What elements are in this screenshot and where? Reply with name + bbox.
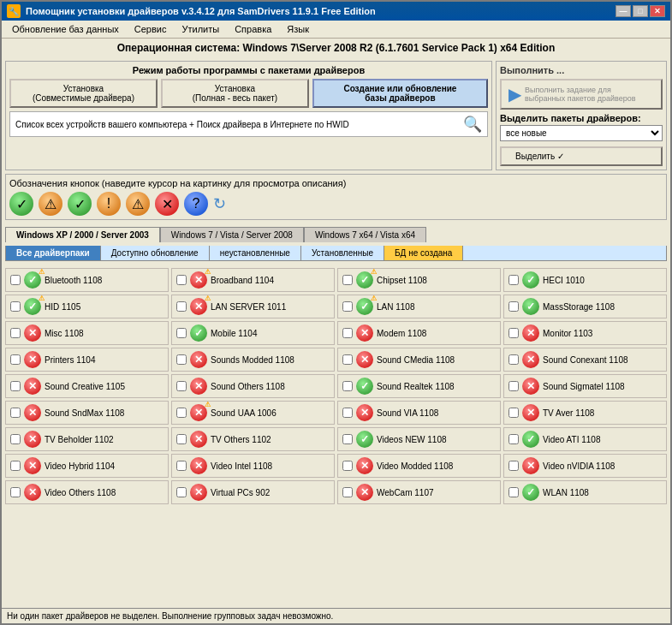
driver-checkbox[interactable] [342,328,353,338]
driver-checkbox[interactable] [176,408,187,418]
install-compatible-button[interactable]: Установка (Совместимые драйвера) [9,79,158,108]
driver-checkbox[interactable] [508,381,519,391]
top-section: Режим работы программы с пакетами драйве… [5,61,667,170]
icon-not-installed: ✕ [155,192,179,216]
driver-checkbox[interactable] [342,354,353,365]
icons-row: ✓ ⚠ ✓ ! ⚠ ✕ ? ↻ [9,192,663,216]
highlight-button[interactable]: Выделить ✓ [500,146,663,166]
driver-item: ✕Video nVIDIA 1108 [503,454,667,478]
driver-checkbox[interactable] [342,381,353,391]
menu-utilities[interactable]: Утилиты [175,22,226,36]
driver-item: ✕Printers 1104 [5,348,169,372]
maximize-button[interactable]: □ [633,5,648,17]
driver-checkbox[interactable] [508,434,519,444]
driver-checkbox[interactable] [176,461,187,471]
driver-item: ✕TV Others 1102 [171,427,335,451]
driver-checkbox[interactable] [342,434,353,444]
driver-name: Sound SndMax 1108 [45,408,164,418]
driver-checkbox[interactable] [10,328,21,338]
app-icon: 🔧 [7,4,21,18]
driver-checkbox[interactable] [508,328,519,338]
driver-checkbox[interactable] [176,354,187,365]
driver-checkbox[interactable] [10,487,21,497]
driver-name: Misc 1108 [45,329,164,338]
tab-update-available[interactable]: Доступно обновление [101,246,210,260]
driver-checkbox[interactable] [342,408,353,418]
packages-dropdown[interactable]: все новые все ни одного [500,125,663,141]
driver-status-icon: ✕ [190,484,207,501]
driver-status-icon: ✕ [356,457,373,474]
driver-checkbox[interactable] [342,275,353,285]
tab-win7[interactable]: Windows 7 / Vista / Server 2008 [160,227,304,242]
driver-checkbox[interactable] [342,487,353,497]
driver-checkbox[interactable] [508,275,519,285]
menu-help[interactable]: Справка [228,22,278,36]
driver-name: Video ATI 1108 [543,435,662,444]
driver-checkbox[interactable] [10,275,21,285]
driver-name: Sound Sigmatel 1108 [543,382,662,391]
driver-checkbox[interactable] [10,381,21,391]
menu-update[interactable]: Обновление баз данных [5,22,126,36]
driver-item: ✓HECI 1010 [503,268,667,292]
tab-win7x64[interactable]: Windows 7 x64 / Vista x64 [304,227,426,242]
minimize-button[interactable]: — [616,5,631,17]
driver-name: Sound Others 1108 [211,382,330,391]
driver-status-icon: ✓ [356,431,373,448]
driver-checkbox[interactable] [508,354,519,365]
menu-service[interactable]: Сервис [128,22,174,36]
driver-status-icon: ✓ [356,378,373,395]
driver-item: ✕WebCam 1107 [337,480,501,504]
driver-name: LAN SERVER 1011 [211,302,330,312]
close-button[interactable]: ✕ [650,5,665,17]
driver-checkbox[interactable] [176,487,187,497]
driver-checkbox[interactable] [176,328,187,338]
statusbar: Ни один пакет драйверов не выделен. Выпо… [2,608,670,623]
driver-status-icon: ✓ [356,271,373,289]
driver-name: Videos NEW 1108 [377,435,496,444]
driver-name: LAN 1108 [377,302,496,312]
tab-not-installed[interactable]: неустановленные [210,246,301,260]
driver-name: Sound CMedia 1108 [377,355,496,365]
driver-checkbox[interactable] [176,381,187,391]
driver-checkbox[interactable] [10,461,21,471]
driver-checkbox[interactable] [342,461,353,471]
driver-name: Bluetooth 1108 [45,276,164,285]
driver-checkbox[interactable] [508,301,519,312]
driver-checkbox[interactable] [508,461,519,471]
driver-checkbox[interactable] [10,408,21,418]
driver-checkbox[interactable] [10,434,21,444]
driver-status-icon: ✕ [24,324,41,342]
driver-status-icon: ✕ [356,404,373,421]
driver-item: ✓Video ATI 1108 [503,427,667,451]
driver-item: ✕LAN SERVER 1011 [171,295,335,318]
driver-checkbox[interactable] [176,301,187,312]
install-full-button[interactable]: Установка (Полная - весь пакет) [161,79,309,108]
driver-checkbox[interactable] [508,487,519,497]
tab-installed[interactable]: Установленные [301,246,384,260]
search-bar[interactable]: Список всех устройств вашего компьютера … [9,111,488,137]
driver-item: ✕TV Beholder 1102 [5,427,169,451]
execute-task-button[interactable]: ▶ Выполнить задание для выбранных пакето… [500,79,663,110]
driver-checkbox[interactable] [342,301,353,312]
driver-name: Sound Creative 1105 [45,382,164,391]
tab-all-packs[interactable]: Все драйверпаки [6,246,101,260]
main-area: Режим работы программы с пакетами драйве… [2,57,670,608]
driver-item: ✓Videos NEW 1108 [337,427,501,451]
driver-item: ✕Video Hybrid 1104 [5,454,169,478]
os-info-bar: Операционная система: Windows 7\Server 2… [2,39,670,57]
main-window: 🔧 Помощник установки драйверов v.3.4.12 … [0,0,672,625]
driver-item: ✓Sound Realtek 1108 [337,374,501,398]
driver-item: ✕Monitor 1103 [503,321,667,345]
icons-legend-label: Обозначения кнопок (наведите курсор на к… [9,178,663,188]
tab-db-not-created[interactable]: БД не создана [384,246,463,260]
driver-status-icon: ✕ [522,404,539,421]
driver-checkbox[interactable] [10,301,21,312]
driver-checkbox[interactable] [176,434,187,444]
driver-name: Video Modded 1108 [377,461,496,471]
create-update-db-button[interactable]: Создание или обновление базы драйверов [312,79,488,108]
tab-winxp[interactable]: Windows XP / 2000 / Server 2003 [5,227,160,242]
driver-checkbox[interactable] [508,408,519,418]
driver-checkbox[interactable] [176,275,187,285]
menu-language[interactable]: Язык [280,22,316,36]
driver-checkbox[interactable] [10,354,21,365]
